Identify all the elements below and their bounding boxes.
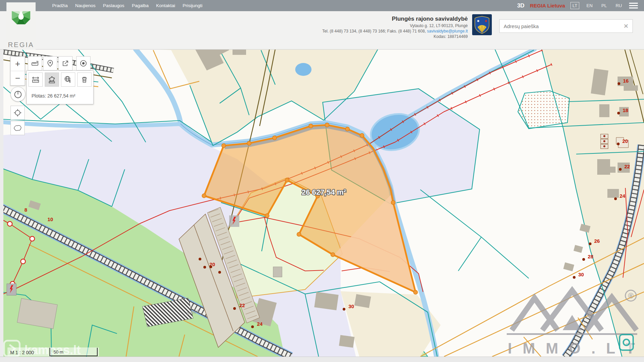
main-menu: Pradžia Naujienos Paslaugos Pagalba Kont… xyxy=(52,0,202,11)
area-polygon-icon xyxy=(48,76,56,84)
hamburger-menu-icon[interactable] xyxy=(629,3,638,8)
trash-icon xyxy=(80,76,88,84)
municipality-address: Vytauto g. 12, LT-90123, Plungė xyxy=(251,23,468,28)
area-result-label: Plotas: 26 627,54 m² xyxy=(27,88,93,99)
svg-text:30: 30 xyxy=(348,303,354,309)
area-measurement-label: 26 627,54 m² xyxy=(302,188,346,196)
measure-on-map-button[interactable] xyxy=(61,72,75,87)
distance-icon xyxy=(32,76,40,84)
measure-area-button[interactable] xyxy=(45,72,59,87)
marker-tool-button[interactable] xyxy=(43,56,57,70)
map-pin-icon xyxy=(46,59,54,67)
share-icon xyxy=(61,59,69,67)
lang-lt[interactable]: LT xyxy=(570,2,579,9)
municipality-title: Plungės rajono savivaldybė xyxy=(251,15,468,23)
clear-measurement-button[interactable] xyxy=(77,72,92,87)
search-input[interactable] xyxy=(500,23,620,29)
municipality-phones: Tel. (8 448) 73 134, (8 448) 73 166; Fak… xyxy=(322,29,426,34)
menu-item-paslaugos[interactable]: Paslaugos xyxy=(103,3,124,8)
nav-right-cluster: 3D REGIA Lietuva LT EN PL RU xyxy=(517,0,638,11)
globe-cursor-icon xyxy=(64,76,72,84)
lang-ru[interactable]: RU xyxy=(614,2,624,9)
regia-map-app: Pradžia Naujienos Paslaugos Pagalba Kont… xyxy=(0,0,644,362)
record-dot-icon xyxy=(79,59,87,67)
municipality-info: Plungės rajono savivaldybė Vytauto g. 12… xyxy=(251,15,468,40)
svg-text:22: 22 xyxy=(624,164,630,169)
zoom-controls: + − xyxy=(10,56,25,86)
history-clock-button[interactable] xyxy=(11,87,25,102)
zoom-out-button[interactable]: − xyxy=(11,71,25,85)
ruler-icon xyxy=(31,59,39,67)
svg-text:22: 22 xyxy=(239,302,245,308)
municipality-code: Kodas: 188714469 xyxy=(251,34,468,39)
svg-text:18: 18 xyxy=(623,107,628,113)
measure-tool-button[interactable] xyxy=(28,56,42,70)
svg-text:8: 8 xyxy=(24,207,27,213)
svg-text:30: 30 xyxy=(578,272,584,277)
search-clear-icon[interactable]: ✕ xyxy=(620,23,632,30)
svg-text:16: 16 xyxy=(623,78,629,84)
svg-text:26: 26 xyxy=(594,238,600,244)
svg-text:24: 24 xyxy=(620,193,625,199)
menu-item-pradzia[interactable]: Pradžia xyxy=(52,3,68,8)
bottom-strip xyxy=(0,357,644,362)
svg-text:20: 20 xyxy=(622,138,628,144)
view-3d-button[interactable]: 3D xyxy=(517,2,525,9)
address-search: ✕ xyxy=(499,19,633,33)
region-select-button[interactable] xyxy=(11,121,25,135)
coat-of-arms xyxy=(472,14,492,36)
top-nav: Pradžia Naujienos Paslaugos Pagalba Kont… xyxy=(0,0,644,11)
logo-notch xyxy=(6,2,36,11)
menu-item-prisijungti[interactable]: Prisijungti xyxy=(183,3,203,8)
locate-button[interactable] xyxy=(11,106,25,120)
lang-en[interactable]: EN xyxy=(585,2,594,9)
map-corner-logo xyxy=(620,335,633,350)
zoom-in-button[interactable]: + xyxy=(11,57,25,71)
lang-pl[interactable]: PL xyxy=(600,2,608,9)
scale-indicator: M 1 : 2 000 50 m xyxy=(7,347,99,356)
svg-text:24: 24 xyxy=(257,321,263,327)
regia-lietuva-link[interactable]: REGIA Lietuva xyxy=(530,3,565,8)
scale-distance: 50 m xyxy=(54,349,63,355)
scale-ratio: M 1 : 2 000 xyxy=(10,350,34,355)
svg-text:10: 10 xyxy=(47,216,53,222)
page-header: REGIA Plungės rajono savivaldybė Vytauto… xyxy=(0,11,644,49)
svg-text:28: 28 xyxy=(588,254,593,259)
crosshair-icon xyxy=(14,109,22,117)
menu-item-naujienos[interactable]: Naujienos xyxy=(75,3,96,8)
svg-text:®: ® xyxy=(628,292,633,300)
clock-icon xyxy=(14,90,22,99)
regia-logo-text: REGIA xyxy=(6,41,36,49)
map-canvas[interactable]: 26 627,54 m² 8 10 20 22 24 30 16 18 20 2… xyxy=(0,49,644,357)
region-shape-icon xyxy=(13,124,22,132)
point-tool-button[interactable] xyxy=(76,56,90,70)
municipality-email-link[interactable]: savivaldybe@plunge.lt xyxy=(427,29,468,34)
measurement-panel: Plotas: 26 627,54 m² xyxy=(26,70,94,104)
menu-item-pagalba[interactable]: Pagalba xyxy=(132,3,149,8)
share-tool-button[interactable] xyxy=(58,56,73,70)
measure-toolbar xyxy=(28,56,90,70)
measure-distance-button[interactable] xyxy=(28,72,43,87)
svg-text:I M M O . L T: I M M O . L T xyxy=(508,340,635,357)
menu-item-kontaktai[interactable]: Kontaktai xyxy=(156,3,175,8)
